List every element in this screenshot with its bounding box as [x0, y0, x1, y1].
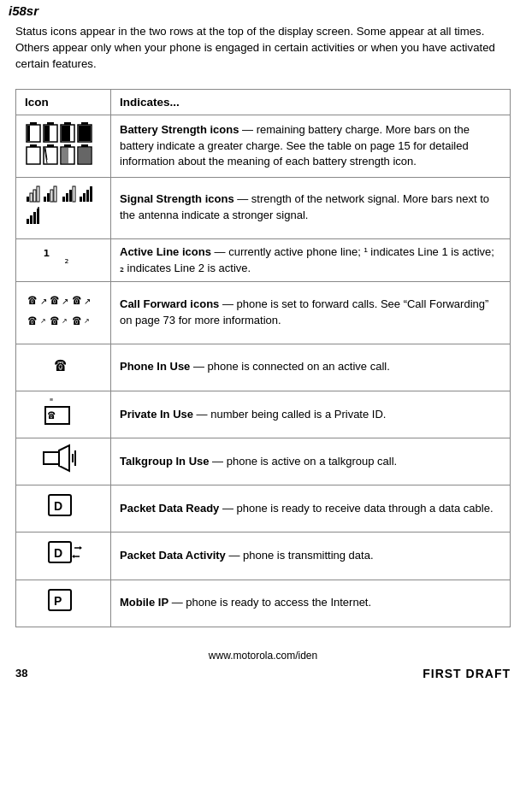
svg-text:↗: ↗	[62, 297, 70, 306]
svg-text:↗: ↗	[62, 317, 69, 325]
packetready-bold: Packet Data Ready	[120, 502, 219, 515]
svg-rect-10	[81, 122, 88, 125]
svg-rect-28	[37, 186, 39, 202]
signal-desc-cell: Signal Strength icons — strength of the …	[111, 177, 511, 238]
talkgroup-rest: — phone is active on a talkgroup call.	[210, 455, 398, 468]
svg-text:": "	[49, 397, 56, 407]
svg-rect-2	[27, 126, 30, 141]
table-row: D Packet Data Activity — phone is transm…	[16, 533, 511, 580]
svg-rect-41	[27, 219, 29, 224]
mobileip-desc-cell: Mobile IP — phone is ready to access the…	[111, 580, 511, 627]
phoneinuse-icon-cell: ☎	[16, 344, 111, 391]
table-row: Battery Strength icons — remaining batte…	[16, 115, 511, 177]
signal-icons-svg	[25, 183, 102, 227]
svg-text:₂: ₂	[63, 253, 72, 266]
svg-rect-27	[33, 190, 36, 202]
svg-rect-29	[44, 197, 46, 202]
svg-text:☎: ☎	[48, 408, 56, 421]
svg-text:↗: ↗	[84, 317, 92, 325]
svg-rect-39	[86, 190, 89, 202]
svg-text:↗: ↗	[40, 297, 49, 306]
svg-rect-24	[79, 148, 91, 163]
phoneinuse-bold: Phone In Use	[120, 360, 190, 373]
table-row: P Mobile IP — phone is ready to access t…	[16, 580, 511, 627]
talkgroup-icon-cell	[16, 438, 111, 485]
phoneinuse-rest: — phone is connected on an active call.	[190, 360, 389, 373]
packetready-icon-cell: D	[16, 485, 111, 533]
privateinuse-desc-cell: Private In Use — number being called is …	[111, 391, 511, 438]
battery-icon-cell	[16, 115, 111, 177]
svg-rect-15	[47, 144, 54, 147]
activeline-icons-svg: ¹ ₂	[25, 244, 102, 270]
battery-icons-svg	[25, 121, 102, 165]
svg-text:☎: ☎	[73, 291, 83, 308]
packetactivity-rest: — phone is transmitting data.	[226, 549, 374, 562]
packetready-desc-cell: Packet Data Ready — phone is ready to re…	[111, 485, 511, 533]
svg-rect-44	[37, 209, 39, 224]
svg-text:☎: ☎	[28, 291, 38, 308]
draft-label: FIRST DRAFT	[423, 667, 511, 680]
svg-marker-74	[80, 546, 82, 550]
page-number: 38	[15, 667, 27, 680]
activeline-bold: Active Line icons	[120, 245, 211, 258]
talkgroup-icon-svg	[25, 444, 102, 474]
svg-rect-37	[80, 197, 82, 202]
svg-rect-12	[27, 147, 40, 164]
svg-text:¹: ¹	[42, 247, 53, 265]
svg-rect-11	[79, 126, 91, 141]
callforward-icon-cell: ☎ ↗ ☎ ↗ ☎ ↗ ☎	[16, 282, 111, 344]
svg-text:☎: ☎	[50, 291, 61, 308]
packetready-icon-svg: D	[25, 491, 102, 521]
table-row: " ☎ Private In Use — number being called…	[16, 391, 511, 438]
table-row: D Packet Data Ready — phone is ready to …	[16, 485, 511, 533]
battery-bold: Battery Strength icons	[120, 123, 239, 136]
svg-text:☎: ☎	[50, 312, 61, 328]
table-row: ☎ Phone In Use — phone is connected on a…	[16, 344, 511, 391]
svg-rect-20	[64, 144, 71, 147]
battery-desc-cell: Battery Strength icons — remaining batte…	[111, 115, 511, 177]
svg-rect-30	[47, 193, 50, 202]
svg-rect-40	[90, 186, 92, 202]
intro-paragraph: Status icons appear in the two rows at t…	[0, 20, 526, 80]
table-row: ☎ ↗ ☎ ↗ ☎ ↗ ☎	[16, 282, 511, 344]
svg-rect-35	[69, 190, 72, 202]
svg-rect-7	[64, 122, 71, 125]
page-wrapper: i58sr Status icons appear in the two row…	[0, 0, 526, 687]
packetready-rest: — phone is ready to receive data through…	[219, 502, 493, 515]
svg-rect-23	[81, 144, 88, 147]
svg-rect-38	[83, 193, 86, 202]
svg-rect-4	[47, 122, 54, 125]
svg-rect-21	[62, 148, 68, 163]
signal-bold: Signal Strength icons	[120, 192, 234, 205]
svg-rect-13	[30, 144, 37, 147]
svg-rect-25	[27, 197, 29, 202]
footer-url-text: www.motorola.com/iden	[209, 650, 317, 662]
svg-rect-33	[62, 197, 65, 202]
packetactivity-icon-cell: D	[16, 533, 111, 580]
table-row: Talkgroup In Use — phone is active on a …	[16, 438, 511, 485]
phoneinuse-desc-cell: Phone In Use — phone is connected on an …	[111, 344, 511, 391]
mobileip-bold: Mobile IP	[120, 596, 168, 609]
talkgroup-desc-cell: Talkgroup In Use — phone is active on a …	[111, 438, 511, 485]
svg-marker-75	[72, 555, 74, 558]
svg-rect-26	[30, 193, 33, 202]
svg-text:D: D	[54, 546, 64, 560]
logo-bar: i58sr	[0, 0, 526, 20]
callforward-bold: Call Forward icons	[120, 297, 219, 310]
logo-text: i58sr	[9, 3, 38, 18]
packetactivity-icon-svg: D	[25, 538, 102, 568]
privateinuse-rest: — number being called is a Private ID.	[193, 408, 386, 421]
svg-rect-42	[30, 215, 33, 224]
svg-text:☎: ☎	[73, 312, 83, 328]
svg-text:P: P	[54, 594, 63, 608]
mobileip-icon-svg: P	[25, 585, 102, 615]
svg-rect-32	[54, 186, 56, 202]
svg-rect-64	[44, 452, 59, 464]
svg-rect-36	[73, 186, 75, 202]
signal-icon-cell	[16, 177, 111, 238]
activeline-icon-cell: ¹ ₂	[16, 238, 111, 282]
svg-rect-5	[44, 126, 50, 141]
activeline-desc-cell: Active Line icons — currently active pho…	[111, 238, 511, 282]
svg-text:☎: ☎	[28, 312, 38, 328]
table-row: Signal Strength icons — strength of the …	[16, 177, 511, 238]
